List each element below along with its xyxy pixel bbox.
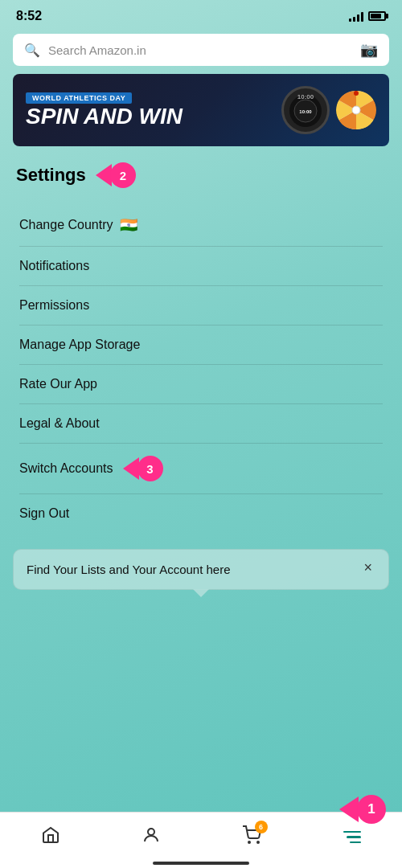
menu-badge-arrow: 1 bbox=[339, 795, 386, 824]
permissions-label: Permissions bbox=[19, 298, 89, 312]
svg-point-7 bbox=[257, 841, 259, 843]
banner-left: WORLD ATHLETICS DAY SPIN AND WIN bbox=[26, 92, 183, 128]
menu-item-change-country[interactable]: Change Country 🇮🇳 bbox=[16, 204, 386, 246]
search-bar[interactable]: 🔍 Search Amazon.in 📷 bbox=[13, 34, 389, 66]
nav-item-cart[interactable]: 6 bbox=[201, 825, 302, 850]
notifications-label: Notifications bbox=[19, 259, 89, 272]
promo-banner[interactable]: WORLD ATHLETICS DAY SPIN AND WIN 10:00 1… bbox=[13, 74, 389, 146]
battery-icon bbox=[368, 11, 386, 21]
menu-item-rate-our-app[interactable]: Rate Our App bbox=[16, 365, 386, 403]
settings-section: Settings 2 Change Country 🇮🇳 Notificatio… bbox=[0, 162, 402, 533]
signal-icon bbox=[349, 10, 363, 22]
home-indicator bbox=[153, 862, 249, 865]
menu-item-sign-out[interactable]: Sign Out bbox=[16, 494, 386, 533]
close-tooltip-button[interactable]: × bbox=[360, 559, 375, 576]
search-icon: 🔍 bbox=[24, 43, 40, 58]
nav-item-account[interactable] bbox=[100, 825, 201, 850]
settings-badge: 2 bbox=[110, 162, 136, 188]
search-input[interactable]: Search Amazon.in bbox=[48, 43, 352, 57]
rate-our-app-label: Rate Our App bbox=[19, 377, 97, 391]
svg-point-3 bbox=[352, 106, 360, 114]
svg-point-6 bbox=[248, 841, 250, 843]
hamburger-icon bbox=[343, 831, 361, 844]
status-bar: 8:52 bbox=[0, 0, 402, 29]
camera-icon[interactable]: 📷 bbox=[360, 41, 378, 59]
banner-right: 10:00 10:00 bbox=[281, 86, 376, 134]
sign-out-label: Sign Out bbox=[19, 506, 69, 520]
arrow-left-icon-3 bbox=[339, 796, 359, 822]
svg-text:10:00: 10:00 bbox=[299, 109, 312, 114]
watch-illustration: 10:00 10:00 bbox=[281, 86, 330, 134]
settings-badge-arrow: 2 bbox=[96, 162, 136, 188]
tooltip-text: Find Your Lists and Your Account here bbox=[27, 561, 360, 578]
switch-accounts-label: Switch Accounts bbox=[19, 461, 113, 476]
banner-title: SPIN AND WIN bbox=[26, 105, 183, 128]
menu-item-legal-about[interactable]: Legal & About bbox=[16, 404, 386, 443]
nav-item-home[interactable] bbox=[0, 825, 100, 850]
home-icon bbox=[41, 825, 60, 850]
arrow-left-icon bbox=[96, 164, 112, 186]
menu-item-notifications[interactable]: Notifications bbox=[16, 247, 386, 285]
cart-icon: 6 bbox=[242, 825, 261, 850]
arrow-left-icon-2 bbox=[123, 457, 139, 480]
status-time: 8:52 bbox=[16, 9, 42, 23]
india-flag-icon: 🇮🇳 bbox=[120, 216, 137, 234]
spin-wheel bbox=[336, 90, 376, 130]
tooltip-bubble: Find Your Lists and Your Account here × bbox=[13, 549, 389, 590]
svg-point-4 bbox=[354, 91, 359, 96]
switch-accounts-badge-arrow: 3 bbox=[123, 456, 163, 481]
menu-item-manage-app-storage[interactable]: Manage App Storage bbox=[16, 326, 386, 364]
menu-item-permissions[interactable]: Permissions bbox=[16, 286, 386, 325]
menu-badge: 1 bbox=[357, 795, 386, 824]
banner-tag: WORLD ATHLETICS DAY bbox=[26, 92, 132, 104]
svg-point-5 bbox=[148, 829, 154, 835]
change-country-label: Change Country bbox=[19, 218, 113, 232]
status-icons bbox=[349, 10, 386, 22]
manage-app-storage-label: Manage App Storage bbox=[19, 338, 140, 351]
legal-about-label: Legal & About bbox=[19, 416, 100, 430]
menu-item-switch-accounts[interactable]: Switch Accounts 3 bbox=[16, 444, 386, 493]
cart-badge: 6 bbox=[255, 821, 268, 833]
nav-item-menu[interactable] bbox=[302, 831, 402, 844]
account-icon bbox=[142, 825, 161, 850]
switch-accounts-badge: 3 bbox=[137, 456, 163, 481]
settings-heading: Settings bbox=[16, 165, 86, 186]
settings-title: Settings 2 bbox=[16, 162, 386, 188]
